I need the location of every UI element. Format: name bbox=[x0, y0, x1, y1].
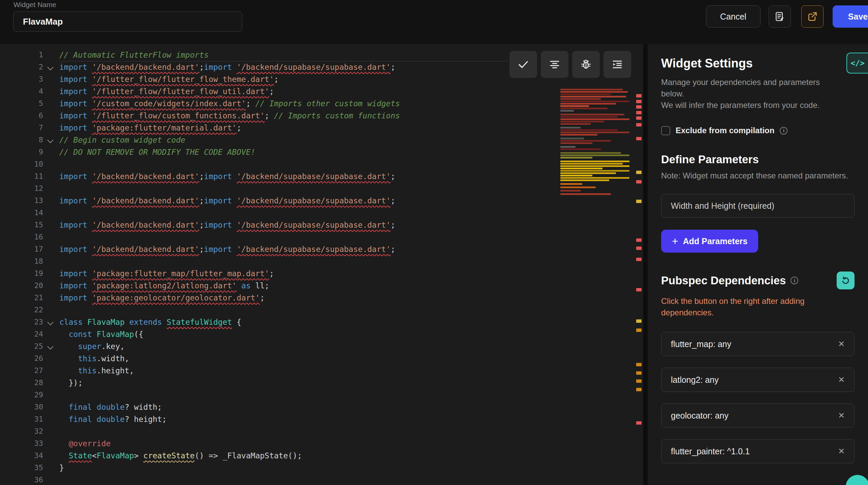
dependency-name: flutter_painter: ^1.0.1 bbox=[671, 447, 750, 456]
code-text bbox=[59, 255, 643, 267]
code-line[interactable]: 22 bbox=[0, 304, 643, 316]
code-line[interactable]: 23class FlavaMap extends StatefulWidget … bbox=[0, 316, 643, 328]
code-text bbox=[59, 207, 643, 219]
code-line[interactable]: 8// Begin custom widget code bbox=[0, 134, 643, 146]
code-line[interactable]: 21import 'package:geolocator/geolocator.… bbox=[0, 292, 643, 304]
code-line[interactable]: 9// DO NOT REMOVE OR MODIFY THE CODE ABO… bbox=[0, 146, 643, 158]
code-line[interactable]: 7import 'package:flutter/material.dart'; bbox=[0, 122, 643, 134]
code-line[interactable]: 32 bbox=[0, 425, 643, 437]
ruler-mark bbox=[636, 363, 642, 366]
code-line[interactable]: 19import 'package:flutter_map/flutter_ma… bbox=[0, 267, 643, 280]
exclude-compilation-checkbox[interactable] bbox=[661, 126, 670, 135]
code-line[interactable]: 28 }); bbox=[0, 377, 643, 389]
ruler-mark bbox=[636, 123, 642, 126]
floating-action-circle[interactable] bbox=[846, 475, 868, 485]
code-line[interactable]: 18 bbox=[0, 255, 643, 267]
code-line[interactable]: 15import '/backend/backend.dart';import … bbox=[0, 219, 643, 231]
save-button[interactable]: Save bbox=[833, 5, 868, 28]
fold-gutter[interactable] bbox=[43, 134, 59, 146]
line-number: 26 bbox=[0, 352, 43, 365]
minimap-row bbox=[560, 193, 611, 195]
format-align-button[interactable] bbox=[541, 51, 568, 78]
code-line[interactable]: 36 bbox=[0, 474, 643, 485]
widget-name-input[interactable] bbox=[13, 11, 242, 32]
code-text: import '/backend/backend.dart';import '/… bbox=[59, 243, 643, 255]
code-line[interactable]: 25 super.key, bbox=[0, 340, 643, 352]
code-line[interactable]: 6import '/flutter_flow/custom_functions.… bbox=[0, 110, 643, 122]
code-line[interactable]: 35} bbox=[0, 462, 643, 474]
code-text: import '/custom_code/widgets/index.dart'… bbox=[59, 97, 643, 110]
debug-button[interactable] bbox=[572, 51, 600, 78]
code-line[interactable]: 14 bbox=[0, 207, 643, 219]
code-text bbox=[59, 304, 643, 316]
code-line[interactable]: 11import '/backend/backend.dart';import … bbox=[0, 170, 643, 182]
code-line[interactable]: 16 bbox=[0, 231, 643, 243]
code-line[interactable]: 30 final double? width; bbox=[0, 401, 643, 413]
fold-gutter bbox=[43, 146, 59, 158]
code-line[interactable]: 29 bbox=[0, 389, 643, 401]
minimap-row bbox=[560, 172, 616, 174]
minimap-row bbox=[560, 98, 601, 100]
minimap-row bbox=[560, 89, 623, 90]
format-code-button[interactable] bbox=[769, 5, 791, 28]
code-text bbox=[59, 231, 643, 243]
code-text: } bbox=[59, 462, 643, 474]
dependency-name: latlong2: any bbox=[671, 375, 719, 385]
ruler-mark bbox=[636, 171, 642, 174]
editor-overview-ruler bbox=[634, 44, 643, 485]
minimap-row bbox=[560, 127, 581, 129]
minimap-row bbox=[560, 132, 629, 133]
remove-dependency-icon[interactable]: ✕ bbox=[838, 411, 845, 420]
minimap-row bbox=[560, 121, 604, 122]
code-view-toggle-button[interactable]: </> bbox=[846, 53, 868, 74]
add-parameters-button[interactable]: + Add Parameters bbox=[661, 230, 758, 253]
minimap-row bbox=[560, 91, 628, 93]
ruler-mark bbox=[636, 100, 642, 103]
code-line[interactable]: 24 const FlavaMap({ bbox=[0, 328, 643, 340]
code-line[interactable]: 31 final double? height; bbox=[0, 413, 643, 425]
line-number: 31 bbox=[0, 413, 43, 425]
fold-gutter bbox=[43, 352, 59, 365]
code-text: final double? height; bbox=[59, 413, 643, 425]
code-text: super.key, bbox=[59, 340, 643, 352]
code-line[interactable]: 27 this.height, bbox=[0, 365, 643, 377]
indent-code-button[interactable] bbox=[603, 51, 631, 78]
code-line[interactable]: 34 State<FlavaMap> createState() => _Fla… bbox=[0, 450, 643, 462]
line-number: 7 bbox=[0, 122, 43, 134]
minimap-row bbox=[560, 152, 621, 154]
approve-code-button[interactable] bbox=[509, 51, 537, 78]
cancel-button[interactable]: Cancel bbox=[706, 5, 761, 28]
parameter-requirement-field[interactable]: Width and Height (required) bbox=[661, 194, 855, 218]
fold-gutter bbox=[43, 425, 59, 437]
remove-dependency-icon[interactable]: ✕ bbox=[838, 375, 845, 384]
pubspec-dependencies-title: Pubspec Dependencies bbox=[661, 274, 786, 287]
code-line[interactable]: 20import 'package:latlong2/latlong.dart'… bbox=[0, 280, 643, 292]
fold-gutter bbox=[43, 280, 59, 292]
open-external-button[interactable] bbox=[801, 5, 824, 28]
code-line[interactable]: 12 bbox=[0, 182, 643, 195]
code-lines-container: 1// Automatic FlutterFlow imports2import… bbox=[0, 44, 643, 485]
code-line[interactable]: 17import '/backend/backend.dart';import … bbox=[0, 243, 643, 255]
code-line[interactable]: 10 bbox=[0, 158, 643, 170]
code-text bbox=[59, 158, 643, 170]
line-number: 32 bbox=[0, 425, 43, 437]
refresh-dependencies-button[interactable] bbox=[837, 272, 855, 289]
remove-dependency-icon[interactable]: ✕ bbox=[838, 447, 845, 456]
line-number: 9 bbox=[0, 146, 43, 158]
fold-gutter[interactable] bbox=[43, 61, 59, 73]
line-number: 8 bbox=[0, 134, 43, 146]
code-line[interactable]: 26 this.width, bbox=[0, 352, 643, 365]
code-line[interactable]: 13import '/backend/backend.dart';import … bbox=[0, 195, 643, 207]
remove-dependency-icon[interactable]: ✕ bbox=[838, 339, 845, 349]
code-text bbox=[59, 425, 643, 437]
fold-gutter bbox=[43, 365, 59, 377]
panel-subtitle: Manage your dependencies and parameters … bbox=[661, 77, 845, 111]
editor-minimap[interactable] bbox=[560, 89, 631, 212]
code-line[interactable]: 4import '/flutter_flow/flutter_flow_util… bbox=[0, 85, 643, 97]
fold-gutter[interactable] bbox=[43, 316, 59, 328]
fold-gutter[interactable] bbox=[43, 340, 59, 352]
code-editor[interactable]: 1// Automatic FlutterFlow imports2import… bbox=[0, 44, 643, 485]
exclude-compilation-row: Exclude from compilation i bbox=[661, 126, 855, 135]
code-line[interactable]: 33 @override bbox=[0, 437, 643, 450]
code-line[interactable]: 5import '/custom_code/widgets/index.dart… bbox=[0, 97, 643, 110]
